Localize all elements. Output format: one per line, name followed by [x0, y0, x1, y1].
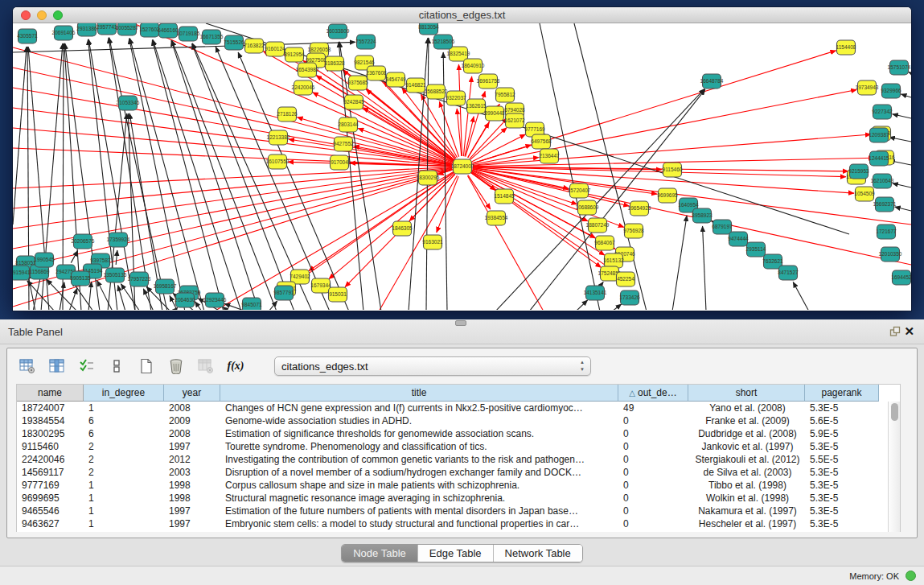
network-node[interactable]: 13505135 [104, 268, 127, 282]
table-cell[interactable]: 2 [84, 440, 164, 453]
tab-edge-table[interactable]: Edge Table [418, 545, 494, 562]
network-node[interactable]: 9845071 [241, 298, 262, 310]
network-node[interactable]: 9215953 [848, 164, 869, 179]
table-cell[interactable]: 22420046 [17, 453, 84, 466]
network-node[interactable]: 9699695 [657, 188, 678, 203]
table-cell[interactable]: 5.3E-5 [805, 517, 879, 530]
table-cell[interactable]: Stergiakouli et al. (2012) [688, 453, 805, 466]
scrollbar-thumb[interactable] [891, 403, 898, 421]
table-cell[interactable]: Yano et al. (2008) [688, 402, 805, 414]
table-cell[interactable]: Franke et al. (2009) [688, 414, 805, 427]
table-cell[interactable]: Tourette syndrome. Phenomenology and cla… [220, 440, 618, 453]
network-node[interactable]: 9329966 [881, 84, 901, 98]
network-node[interactable]: 18724007 [451, 159, 474, 174]
network-node[interactable]: 16543982 [296, 63, 319, 77]
network-node[interactable]: 2367608 [366, 66, 387, 80]
network-node[interactable]: 10719185 [177, 27, 200, 41]
table-cell[interactable]: Estimation of the future numbers of pati… [220, 505, 618, 517]
network-node[interactable]: 917004 [331, 155, 349, 170]
table-cell[interactable]: 5.3E-5 [805, 492, 879, 505]
column-header-title[interactable]: title [220, 385, 618, 402]
column-header-short[interactable]: short [688, 385, 805, 402]
table-cell[interactable]: 0 [618, 440, 688, 453]
table-cell[interactable]: 1997 [164, 505, 220, 517]
table-cell[interactable]: 18300295 [17, 427, 84, 440]
table-cell[interactable]: 2008 [164, 402, 220, 414]
column-header-name[interactable]: name [17, 385, 84, 402]
network-node[interactable]: 2931386 [76, 23, 97, 36]
column-header-out_de[interactable]: △out_de… [618, 385, 688, 402]
network-node[interactable]: 8912954 [284, 47, 305, 62]
network-node[interactable]: 19654923 [628, 201, 651, 216]
network-node[interactable]: 5905135 [70, 271, 91, 286]
table-cell[interactable]: 1997 [164, 440, 220, 453]
table-cell[interactable]: 1 [84, 517, 164, 530]
table-cell[interactable]: 9115460 [17, 440, 84, 453]
tab-node-table[interactable]: Node Table [342, 545, 418, 562]
network-node[interactable]: 1527602 [139, 23, 160, 37]
network-node[interactable]: 15688520 [425, 84, 448, 99]
network-node[interactable]: 8454749 [385, 72, 406, 87]
network-node[interactable]: 915031 [329, 287, 347, 302]
table-row[interactable]: 946362711997Embryonic stem cells: a mode… [17, 517, 888, 530]
table-cell[interactable]: 9463627 [17, 517, 84, 530]
table-cell[interactable]: 0 [618, 505, 688, 517]
network-node[interactable]: 19384554 [485, 211, 508, 225]
network-node[interactable]: 2957741 [97, 23, 117, 35]
table-cell[interactable]: Hescheler et al. (1997) [688, 517, 805, 530]
table-cell[interactable]: 1 [84, 505, 164, 517]
network-node[interactable]: 16958167 [154, 279, 177, 294]
network-node[interactable]: 17359924 [107, 233, 130, 247]
show-columns-button[interactable] [48, 357, 66, 375]
network-node[interactable]: 15692371 [873, 197, 897, 212]
table-cell[interactable]: 0 [618, 466, 688, 479]
table-row[interactable]: 977716911998Corpus callosum shape and si… [17, 479, 888, 492]
table-cell[interactable]: 2008 [164, 427, 220, 440]
window-titlebar[interactable]: citations_edges.txt [13, 7, 911, 23]
network-node[interactable]: 15720407 [568, 183, 591, 198]
table-cell[interactable]: Wolkin et al. (1998) [688, 492, 805, 505]
table-cell[interactable]: Corpus callosum shape and size in male p… [220, 479, 618, 492]
table-cell[interactable]: 1998 [164, 479, 220, 492]
table-cell[interactable]: Embryonic stem cells: a model to study s… [220, 517, 618, 530]
table-row[interactable]: 2242004622012Investigating the contribut… [17, 453, 888, 466]
table-selector-dropdown[interactable]: citations_edges.txt ▲▼ [274, 356, 591, 376]
network-node[interactable]: 15751074 [888, 60, 911, 75]
table-cell[interactable]: 9699695 [17, 492, 84, 505]
network-node[interactable]: 1615132 [603, 253, 624, 268]
table-cell[interactable]: 2009 [164, 414, 220, 427]
network-node[interactable]: 452254 [617, 272, 635, 286]
table-cell[interactable]: 1 [84, 402, 164, 414]
network-node[interactable]: 2935114 [746, 242, 766, 257]
network-node[interactable]: 1990545 [34, 253, 55, 267]
network-node[interactable]: 6466160 [158, 23, 179, 38]
network-node[interactable]: 3915941 [13, 266, 31, 280]
table-cell[interactable]: Changes of HCN gene expression and I(f) … [220, 402, 618, 414]
table-cell[interactable]: 1997 [164, 517, 220, 530]
network-node[interactable]: 7557224 [355, 35, 376, 49]
network-node[interactable]: 16210643 [871, 174, 894, 188]
table-cell[interactable]: Nakamura et al. (1997) [688, 505, 805, 517]
network-node[interactable]: 1621072 [504, 113, 525, 128]
network-node[interactable]: 2718126 [277, 107, 298, 122]
network-node[interactable]: 7515526 [224, 35, 244, 50]
table-cell[interactable]: 0 [618, 492, 688, 505]
network-node[interactable]: 17957223 [128, 272, 151, 286]
network-node[interactable]: 1733426 [619, 290, 640, 305]
table-cell[interactable]: 0 [618, 427, 688, 440]
network-node[interactable]: 16033809 [326, 24, 350, 39]
table-row[interactable]: 1938455462009Genome-wide association stu… [17, 414, 888, 427]
network-node[interactable]: 7955812 [495, 88, 515, 102]
network-node[interactable]: 9227342 [872, 105, 893, 119]
network-node[interactable]: 1362615 [466, 99, 487, 113]
table-cell[interactable]: 5.3E-5 [805, 479, 879, 492]
network-node[interactable]: 2064630 [175, 293, 195, 307]
column-header-year[interactable]: year [164, 385, 220, 402]
network-node[interactable]: 6879197 [712, 220, 733, 234]
table-cell[interactable]: 0 [618, 453, 688, 466]
table-cell[interactable]: 2 [84, 453, 164, 466]
table-vertical-scrollbar[interactable] [888, 402, 900, 532]
table-cell[interactable]: 5.5E-5 [805, 453, 879, 466]
table-cell[interactable]: 2003 [164, 466, 220, 479]
network-node[interactable]: 12213382 [267, 130, 290, 145]
